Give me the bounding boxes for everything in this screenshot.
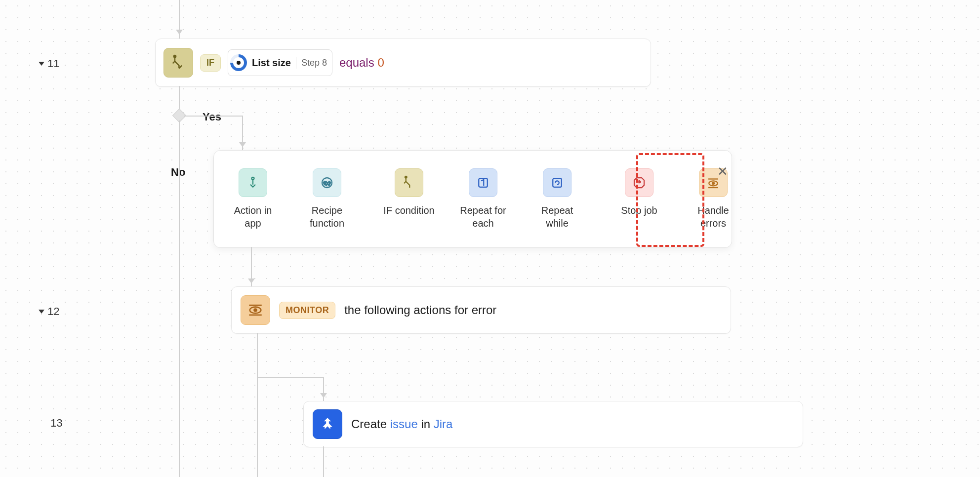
repeat-for-each-icon [469,168,497,197]
step-12-card[interactable]: MONITOR the following actions for error [231,286,731,334]
svg-point-8 [712,182,714,184]
step-12-description: the following actions for error [344,303,496,317]
if-badge: IF [200,54,221,72]
action-in-app-icon [239,168,267,197]
step-13-description: Create issue in Jira [351,417,452,431]
datapill-list-size[interactable]: List size Step 8 [228,49,332,76]
arrow-down-icon [239,142,246,147]
connector [257,333,258,377]
caret-down-icon [39,310,44,314]
connector [257,377,323,378]
connector [184,116,242,117]
close-icon[interactable]: ✕ [717,164,728,179]
step-13-card[interactable]: Create issue in Jira [303,401,803,447]
branch-yes-label: Yes [203,111,221,123]
arrow-down-icon [176,30,183,35]
spinner-icon [230,54,247,71]
step-number-13[interactable]: 13 [50,417,62,430]
action-picker-panel: Action in app f(x) Recipe function IF co… [213,150,732,248]
option-if-condition[interactable]: IF condition [382,168,436,217]
separator [296,57,296,69]
option-action-in-app[interactable]: Action in app [226,168,280,230]
step-11-card[interactable]: IF List size Step 8 equals 0 [155,39,651,87]
svg-rect-6 [553,178,562,187]
option-repeat-while[interactable]: Repeat while [530,168,584,230]
arrow-down-icon [320,393,327,398]
svg-text:f(x): f(x) [324,181,330,186]
option-stop-job[interactable]: Stop job [612,168,666,217]
monitor-icon [241,295,270,325]
repeat-while-icon [543,168,572,197]
connector [257,377,258,477]
pill-label: List size [252,57,291,69]
branch-no-label: No [171,166,185,179]
recipe-function-icon: f(x) [313,168,341,197]
if-condition-icon [395,168,423,197]
arrow-down-icon [248,278,255,283]
svg-point-4 [405,176,407,178]
condition-expression: equals 0 [339,56,384,70]
step-num-label: 12 [47,305,59,318]
connector [179,120,180,477]
step-num-label: 13 [50,417,62,430]
monitor-badge: MONITOR [279,302,335,319]
caret-down-icon [39,62,44,66]
step-num-label: 11 [47,57,59,70]
option-repeat-for-each[interactable]: Repeat for each [456,168,510,230]
step-number-11[interactable]: 11 [39,57,59,70]
option-recipe-function[interactable]: f(x) Recipe function [300,168,354,230]
stop-job-icon [625,168,653,197]
if-branch-icon [163,48,193,78]
svg-point-0 [174,55,176,57]
connector [323,446,324,477]
svg-point-10 [254,309,256,311]
pill-step: Step 8 [301,58,327,68]
connector [179,86,180,111]
svg-point-1 [252,177,254,180]
option-handle-errors[interactable]: Handle errors [686,168,740,230]
step-number-12[interactable]: 12 [39,305,59,318]
jira-icon [313,409,342,439]
